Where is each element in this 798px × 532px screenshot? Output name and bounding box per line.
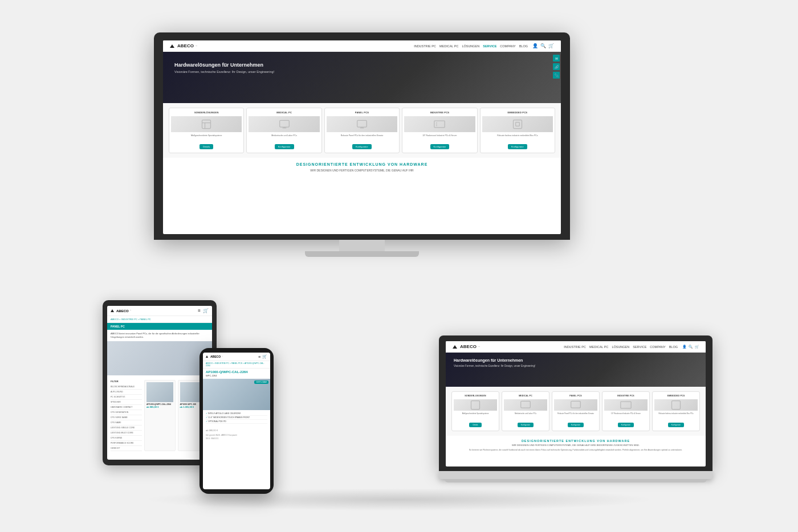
monitor-section-subtitle: WIR DESIGNEN UND FERTIGEN COMPUTERSYSTEM… <box>163 169 561 172</box>
tablet-filter-item-6[interactable]: CPU SERIE NAME <box>111 415 142 420</box>
laptop-cat-btn-2[interactable]: Konfigurator <box>568 423 584 427</box>
laptop-cat-img-0 <box>454 399 497 411</box>
tablet-logo-triangle <box>111 309 114 312</box>
svg-rect-2 <box>357 120 367 127</box>
cat-btn-4[interactable]: Konfigurator <box>508 144 527 149</box>
tablet-product-card-img-0 <box>146 382 173 402</box>
tablet-filter-item-2[interactable]: PC SCHNITTST. <box>111 395 142 400</box>
tablet-filter-item-5[interactable]: CPU GENERATION <box>111 410 142 415</box>
laptop-search-icon[interactable]: 🔍 <box>689 345 693 349</box>
nav-link-company[interactable]: COMPANY <box>500 44 515 48</box>
svg-rect-1 <box>279 120 289 127</box>
cat-btn-0[interactable]: Details <box>199 144 213 149</box>
user-icon[interactable]: 👤 <box>532 43 538 48</box>
tablet-filter-item-10[interactable]: CPU KERNE <box>111 436 142 441</box>
laptop-base-bottom <box>445 479 707 482</box>
tablet-filter-item-12[interactable]: GEWICHT <box>111 446 142 451</box>
tablet-screen: ABECO ™ ≡ 🛒 ABECO > INDUSTRIE PC > PANEL… <box>107 306 212 460</box>
laptop-logo-triangle <box>453 345 457 349</box>
laptop-cat-0: SONDERLÖSUNGEN Maßgeschneiderte Spezials… <box>451 391 499 431</box>
laptop-nav-industrie[interactable]: INDUSTRIE PC <box>564 345 586 349</box>
phone-cart-icon[interactable]: 🛒 <box>262 354 267 359</box>
clip-side-icon[interactable]: 📎 <box>553 72 560 79</box>
tablet-filter-item-7[interactable]: CPU NAME <box>111 420 142 425</box>
tablet-filter-section: FILTER BILDSCHIRMDIAGONALE AUFLÖSUNG PC … <box>107 378 212 453</box>
phone-product-sub: WPC-2264 <box>203 374 270 379</box>
nav-link-medical-pc[interactable]: MEDICAL PC <box>439 44 458 48</box>
laptop-cat-img-3 <box>604 399 648 411</box>
tablet-filter-item-11[interactable]: PERFORMANCE SCORE <box>111 441 142 446</box>
monitor-logo-text: ABECO <box>177 43 194 48</box>
cat-card-medical-pc: MEDICAL PC Medizinische und Labor PCs Ko… <box>246 108 321 153</box>
laptop-cat-title-4: EMBEDDED PCS <box>654 395 698 397</box>
laptop-cat-btn-1[interactable]: Konfigurator <box>518 423 534 427</box>
laptop-cat-btn-4[interactable]: Konfigurator <box>668 423 684 427</box>
laptop-nav-loesungen[interactable]: LÖSUNGEN <box>612 345 629 349</box>
nav-link-loesungen[interactable]: LÖSUNGEN <box>462 44 479 48</box>
cat-desc-3: 19" Rackmount Industrie PCs & Server <box>404 134 475 137</box>
svg-rect-9 <box>621 402 631 408</box>
laptop-cat-btn-3[interactable]: Konfigurator <box>618 423 634 427</box>
laptop-cat-title-3: INDUSTRIE PCS <box>604 395 648 397</box>
tablet-logo-text: ABECO <box>116 309 129 313</box>
tablet-cart-icon[interactable]: 🛒 <box>203 308 209 313</box>
nav-link-industrie-pc[interactable]: INDUSTRIE PC <box>414 44 436 48</box>
monitor-stand <box>154 240 570 257</box>
link-side-icon[interactable]: 🔗 <box>553 63 560 70</box>
phone-navbar: ABECO ™ ≡ 🛒 <box>203 353 270 361</box>
tablet-filter-item-8[interactable]: LEISTUNG SINGLE CORE <box>111 425 142 431</box>
tablet-filter-item-0[interactable]: BILDSCHIRMDIAGONALE <box>111 384 142 390</box>
search-icon[interactable]: 🔍 <box>540 43 546 48</box>
cat-btn-2[interactable]: Konfigurator <box>352 144 372 149</box>
tablet-filter-item-1[interactable]: AUFLÖSUNG <box>111 390 142 395</box>
laptop-cat-img-4 <box>654 399 698 411</box>
phone-price-value: ab 980,00 € <box>206 429 218 432</box>
cat-card-industrie-pcs: INDUSTRIE PCS 19" Rackmount Industrie PC… <box>402 108 477 153</box>
laptop-nav-company[interactable]: COMPANY <box>650 345 665 349</box>
email-side-icon[interactable]: ✉ <box>553 55 560 62</box>
hero-subtitle: Visionäre Formen, technische Exzellenz: … <box>174 70 549 73</box>
monitor-nav-icons: 👤 🔍 🛒 <box>532 43 554 48</box>
laptop-nav-blog[interactable]: BLOG <box>669 345 678 349</box>
tablet-filter-item-9[interactable]: LEISTUNG MULTI CORE <box>111 431 142 436</box>
laptop-user-icon[interactable]: 👤 <box>682 345 686 349</box>
laptop-cat-desc-1: Medizinische und Labor PCs <box>504 413 547 415</box>
laptop-logo-text: ABECO <box>460 344 477 349</box>
laptop-cat-btn-0[interactable]: Details <box>469 423 481 427</box>
laptop-bezel: ABECO ™ INDUSTRIE PC MEDICAL PC LÖSUNGEN… <box>439 335 712 471</box>
cat-desc-1: Medizinische und Labor PCs <box>249 134 319 137</box>
tablet-filter-item-4[interactable]: HARDWARE COMPACT <box>111 405 142 410</box>
laptop-cat-title-2: PANEL PCS <box>554 395 597 397</box>
tablet-hamburger-icon[interactable]: ≡ <box>198 308 201 313</box>
laptop-cat-3: INDUSTRIE PCS 19" Rackmount Industrie PC… <box>602 391 650 431</box>
phone-features-list: INTEL® APOLLO LAKE CELERON® 11.6" WIDESC… <box>203 410 270 425</box>
monitor-navbar: ABECO ™ INDUSTRIE PC MEDICAL PC LÖSUNGEN… <box>163 40 561 52</box>
cat-img-1 <box>249 116 319 132</box>
phone-product-image: VERFÜGBAR <box>203 379 270 410</box>
tablet-filter-item-3[interactable]: SPEICHER <box>111 400 142 405</box>
svg-rect-4 <box>513 120 522 129</box>
laptop-cart-icon[interactable]: 🛒 <box>695 345 699 349</box>
phone-breadcrumb: ABECO > INDUSTRIE PC > PANEL PCS > AP100… <box>203 361 270 369</box>
laptop-cat-img-2 <box>554 399 597 411</box>
phone-logo: ABECO ™ <box>206 355 223 358</box>
laptop-nav-medical[interactable]: MEDICAL PC <box>589 345 608 349</box>
laptop-section-subtitle: WIR DESIGNEN UND FERTIGEN COMPUTERSYSTEM… <box>446 444 706 449</box>
cat-desc-4: Robuste fanless industrie embedded Box P… <box>482 134 553 137</box>
nav-link-blog[interactable]: BLOG <box>519 44 528 48</box>
phone-available-badge: VERFÜGBAR <box>254 380 268 384</box>
cat-title-2: PANEL PCS <box>327 111 397 114</box>
cat-btn-3[interactable]: Konfigurator <box>430 144 450 149</box>
cat-title-1: MEDICAL PC <box>249 111 319 114</box>
hero-background-decor <box>362 52 561 103</box>
svg-rect-3 <box>434 121 445 128</box>
nav-link-service[interactable]: SERVICE <box>483 44 496 48</box>
cat-btn-1[interactable]: Konfigurator <box>275 144 294 149</box>
cart-icon[interactable]: 🛒 <box>548 43 554 48</box>
laptop-nav-service[interactable]: SERVICE <box>633 345 646 349</box>
tablet-filter-sidebar: FILTER BILDSCHIRMDIAGONALE AUFLÖSUNG PC … <box>111 380 142 451</box>
cat-card-sonderloesungen: SONDERLÖSUNGEN Maßgeschneiderte Spezials… <box>169 108 244 153</box>
laptop-cat-desc-2: Robuste Panel PCs für den industriellen … <box>554 413 597 415</box>
phone-hamburger-icon[interactable]: ≡ <box>258 355 260 359</box>
laptop-cat-desc-3: 19" Rackmount Industrie PCs & Server <box>604 413 648 415</box>
